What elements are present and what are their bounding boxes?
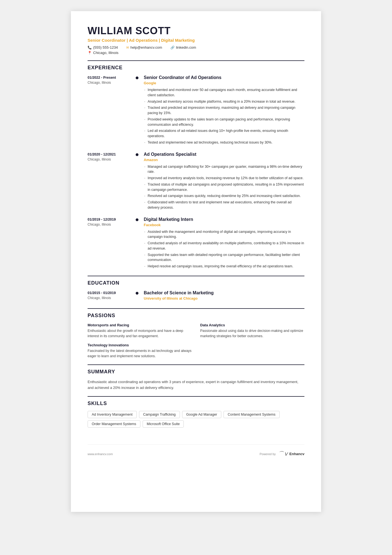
exp3-bullet-1: Assisted with the management and monitor… [144,229,304,240]
link-icon: 🔗 [170,46,175,50]
experience-item-1: 01/2022 - Present Chicago, Illinois Seni… [88,75,304,146]
exp3-date: 01/2019 - 12/2019 [88,217,135,221]
passion2-title: Data Analytics [200,323,304,327]
passions-divider [88,308,304,309]
exp3-bullets: Assisted with the management and monitor… [144,229,304,269]
exp2-bullet-1: Managed ad campaign trafficking for 30+ … [144,164,304,175]
exp1-company: Google [144,81,304,85]
phone-contact: 📞 (555) 555-1234 [88,45,118,50]
exp3-location: Chicago, Illinois [88,223,135,226]
resume-page: WILLIAM SCOTT Senior Coordinator | Ad Op… [71,11,321,512]
exp1-dot-col [135,75,139,146]
edu1-date-col: 01/2015 - 01/2019 Chicago, Illinois [88,290,135,303]
exp2-company: Amazon [144,158,304,162]
logo-icon: ⌒∨ [278,450,288,458]
exp2-job-title: Ad Operations Specialist [144,152,304,157]
linkedin-contact: 🔗 linkedin.com [170,45,196,50]
skill-1: Ad Inventory Management [88,411,137,418]
exp3-date-col: 01/2019 - 12/2019 Chicago, Illinois [88,217,135,270]
phone-number: (555) 555-1234 [93,45,118,50]
exp1-job-title: Senior Coordinator of Ad Operations [144,75,304,80]
skills-divider [88,396,304,397]
edu1-date: 01/2015 - 01/2019 [88,290,135,295]
contact-row: 📞 (555) 555-1234 ✉ help@enhancv.com 🔗 li… [88,45,304,50]
header-section: WILLIAM SCOTT Senior Coordinator | Ad Op… [88,25,304,55]
exp1-dot [136,77,138,79]
exp2-bullet-2: Improved ad inventory analysis tools, in… [144,176,304,181]
location-text: Chicago, Illinois [93,51,118,55]
exp3-job-title: Digital Marketing Intern [144,217,304,222]
exp1-bullet-4: Provided weekly updates to the sales tea… [144,117,304,127]
exp3-dot [136,218,138,221]
exp2-date-col: 01/2020 - 12/2021 Chicago, Illinois [88,152,135,211]
education-item-1: 01/2015 - 01/2019 Chicago, Illinois Bach… [88,290,304,303]
exp2-content: Ad Operations Specialist Amazon Managed … [139,152,304,211]
edu1-location: Chicago, Illinois [88,296,135,300]
experience-section-title: EXPERIENCE [88,65,304,71]
brand-name: Enhancv [289,452,304,456]
passions-section-title: PASSIONS [88,313,304,319]
exp2-dot [136,153,138,156]
exp1-date: 01/2022 - Present [88,75,135,80]
exp1-bullet-5: Led all escalations of ad-related issues… [144,128,304,139]
footer-website: www.enhancv.com [88,452,113,456]
powered-by-text: Powered by [260,452,276,456]
skill-2: Campaign Trafficking [139,411,180,418]
exp1-bullet-1: Implemented and monitored over 50 ad cam… [144,87,304,98]
exp2-bullet-3: Tracked status of multiple ad campaigns … [144,182,304,193]
exp2-date: 01/2020 - 12/2021 [88,152,135,156]
exp3-content: Digital Marketing Intern Facebook Assist… [139,217,304,270]
summary-section-title: SUMMARY [88,369,304,375]
phone-icon: 📞 [88,46,92,50]
edu1-dot [136,292,138,295]
exp1-location: Chicago, Illinois [88,81,135,85]
experience-item-3: 01/2019 - 12/2019 Chicago, Illinois Digi… [88,217,304,270]
skill-3: Google Ad Manager [182,411,221,418]
exp1-content: Senior Coordinator of Ad Operations Goog… [139,75,304,146]
exp3-bullet-4: Helped resolve ad campaign issues, impro… [144,264,304,269]
skill-6: Microsoft Office Suite [143,420,184,428]
exp2-bullet-4: Resolved ad campaign issues quickly, red… [144,193,304,199]
footer-right: Powered by ⌒∨ Enhancv [260,450,304,458]
passion1-title: Motorsports and Racing [88,323,192,327]
exp1-bullet-6: Tested and implemented new ad technologi… [144,140,304,145]
exp1-date-col: 01/2022 - Present Chicago, Illinois [88,75,135,146]
passion-item-2: Data Analytics Passionate about using da… [200,323,304,339]
passions-grid: Motorsports and Racing Enthusiastic abou… [88,323,304,359]
passion1-desc: Enthusiastic about the growth of motorsp… [88,328,192,339]
summary-text: Enthusiastic about coordinating ad opera… [88,379,304,391]
enhancv-logo: ⌒∨ Enhancv [278,450,304,458]
candidate-title: Senior Coordinator | Ad Operations | Dig… [88,38,304,43]
exp2-dot-col [135,152,139,211]
edu1-school: University of Illinois at Chicago [144,296,304,300]
passion-item-1: Motorsports and Racing Enthusiastic abou… [88,323,192,339]
footer-bar: www.enhancv.com Powered by ⌒∨ Enhancv [88,444,304,458]
passion2-desc: Passionate about using data to drive dec… [200,328,304,339]
passion-item-3: Technology Innovations Fascinated by the… [88,343,192,359]
experience-item-2: 01/2020 - 12/2021 Chicago, Illinois Ad O… [88,152,304,211]
exp3-company: Facebook [144,223,304,227]
skills-section-title: SKILLS [88,401,304,406]
education-section-title: EDUCATION [88,280,304,286]
exp1-bullets: Implemented and monitored over 50 ad cam… [144,87,304,145]
edu1-degree: Bachelor of Science in Marketing [144,290,304,295]
summary-divider [88,364,304,365]
skill-4: Content Management Systems [224,411,280,418]
exp2-location: Chicago, Illinois [88,157,135,161]
candidate-name: WILLIAM SCOTT [88,25,304,37]
edu1-content: Bachelor of Science in Marketing Univers… [139,290,304,303]
exp3-dot-col [135,217,139,270]
location-contact: 📍 Chicago, Illinois [88,51,304,55]
passion3-title: Technology Innovations [88,343,192,347]
skills-grid: Ad Inventory Management Campaign Traffic… [88,411,304,428]
exp1-bullet-2: Analyzed ad inventory across multiple pl… [144,99,304,104]
linkedin-url: linkedin.com [176,45,196,50]
exp3-bullet-2: Conducted analysis of ad inventory avail… [144,241,304,251]
edu1-dot-col [135,290,139,303]
passion3-desc: Fascinated by the latest developments in… [88,348,192,359]
education-divider [88,276,304,276]
exp3-bullet-3: Supported the sales team with detailed r… [144,252,304,263]
location-icon: 📍 [88,51,92,55]
email-icon: ✉ [126,46,129,50]
email-contact: ✉ help@enhancv.com [126,45,162,50]
